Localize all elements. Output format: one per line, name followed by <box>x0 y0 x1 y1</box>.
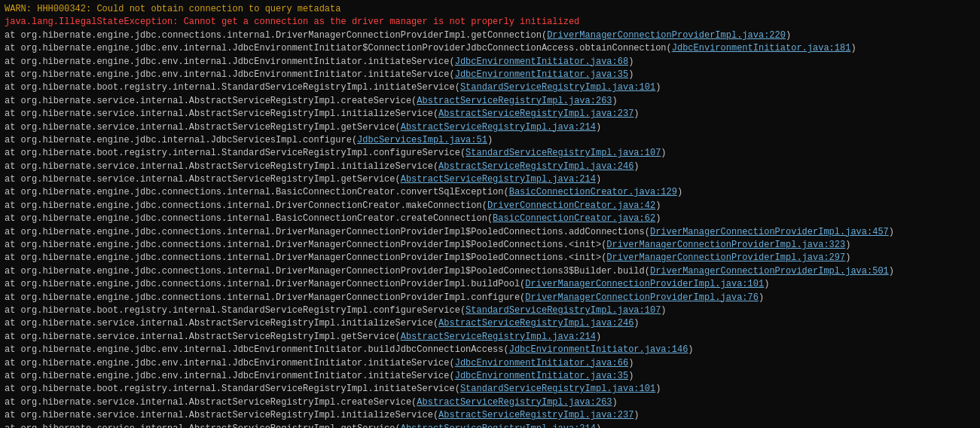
console-line-s23: at org.hibernate.service.internal.Abstra… <box>5 317 975 330</box>
console-line-s7: at org.hibernate.service.internal.Abstra… <box>5 108 975 121</box>
stack-link-s30[interactable]: AbstractServiceRegistryImpl.java:237 <box>438 410 633 420</box>
console-line-s26: at org.hibernate.engine.jdbc.env.interna… <box>5 357 975 370</box>
console-line-s9: at org.hibernate.engine.jdbc.internal.Jd… <box>5 134 975 147</box>
console-line-s18: at org.hibernate.engine.jdbc.connections… <box>5 252 975 264</box>
console-line-s30: at org.hibernate.service.internal.Abstra… <box>5 409 975 422</box>
console-line-s11: at org.hibernate.service.internal.Abstra… <box>5 160 975 173</box>
stack-link-s15[interactable]: BasicConnectionCreator.java:62 <box>493 213 655 224</box>
console-line-s1: at org.hibernate.engine.jdbc.connections… <box>5 29 975 42</box>
stack-link-s31[interactable]: AbstractServiceRegistryImpl.java:214 <box>401 423 596 429</box>
stack-link-s11[interactable]: AbstractServiceRegistryImpl.java:246 <box>438 161 633 172</box>
console-line-s28: at org.hibernate.boot.registry.internal.… <box>5 383 975 396</box>
stack-link-s29[interactable]: AbstractServiceRegistryImpl.java:263 <box>417 397 612 408</box>
stack-link-s20[interactable]: DriverManagerConnectionProviderImpl.java… <box>525 279 764 289</box>
stack-link-s2[interactable]: JdbcEnvironmentInitiator.java:181 <box>672 43 851 54</box>
console-line-s29: at org.hibernate.service.internal.Abstra… <box>5 396 975 409</box>
stack-link-s27[interactable]: JdbcEnvironmentInitiator.java:35 <box>455 371 628 381</box>
console-line-error1: java.lang.IllegalStateException: Cannot … <box>5 16 975 29</box>
console-line-s12: at org.hibernate.service.internal.Abstra… <box>5 173 975 186</box>
stack-link-s4[interactable]: JdbcEnvironmentInitiator.java:35 <box>455 69 628 80</box>
stack-link-s22[interactable]: StandardServiceRegistryImpl.java:107 <box>466 305 661 316</box>
stack-link-s3[interactable]: JdbcEnvironmentInitiator.java:68 <box>455 57 628 67</box>
console-line-s4: at org.hibernate.engine.jdbc.env.interna… <box>5 69 975 81</box>
console-line-s14: at org.hibernate.engine.jdbc.connections… <box>5 200 975 212</box>
console-line-s20: at org.hibernate.engine.jdbc.connections… <box>5 278 975 291</box>
console-line-s25: at org.hibernate.engine.jdbc.env.interna… <box>5 344 975 356</box>
console-line-s13: at org.hibernate.engine.jdbc.connections… <box>5 186 975 199</box>
stack-link-s26[interactable]: JdbcEnvironmentInitiator.java:66 <box>455 358 628 368</box>
console-line-s17: at org.hibernate.engine.jdbc.connections… <box>5 239 975 252</box>
stack-link-s25[interactable]: JdbcEnvironmentInitiator.java:146 <box>509 344 688 355</box>
stack-link-s28[interactable]: StandardServiceRegistryImpl.java:101 <box>460 384 655 394</box>
console-line-s10: at org.hibernate.boot.registry.internal.… <box>5 147 975 160</box>
stack-link-s19[interactable]: DriverManagerConnectionProviderImpl.java… <box>650 266 889 277</box>
console-line-s8: at org.hibernate.service.internal.Abstra… <box>5 121 975 134</box>
stack-link-s16[interactable]: DriverManagerConnectionProviderImpl.java… <box>650 227 889 237</box>
stack-link-s14[interactable]: DriverConnectionCreator.java:42 <box>487 200 655 211</box>
console-line-s22: at org.hibernate.boot.registry.internal.… <box>5 304 975 317</box>
stack-link-s17[interactable]: DriverManagerConnectionProviderImpl.java… <box>606 240 845 250</box>
stack-link-s18[interactable]: DriverManagerConnectionProviderImpl.java… <box>606 252 845 263</box>
console-line-s15: at org.hibernate.engine.jdbc.connections… <box>5 212 975 225</box>
console-line-s2: at org.hibernate.engine.jdbc.env.interna… <box>5 42 975 55</box>
stack-link-s23[interactable]: AbstractServiceRegistryImpl.java:246 <box>438 318 633 329</box>
console-line-s24: at org.hibernate.service.internal.Abstra… <box>5 331 975 344</box>
console-output: WARN: HHH000342: Could not obtain connec… <box>0 0 980 428</box>
console-line-warn1: WARN: HHH000342: Could not obtain connec… <box>5 3 975 16</box>
stack-link-s21[interactable]: DriverManagerConnectionProviderImpl.java… <box>525 292 759 303</box>
console-line-s19: at org.hibernate.engine.jdbc.connections… <box>5 265 975 278</box>
stack-link-s5[interactable]: StandardServiceRegistryImpl.java:101 <box>460 82 655 93</box>
stack-link-s24[interactable]: AbstractServiceRegistryImpl.java:214 <box>401 332 596 342</box>
stack-link-s1[interactable]: DriverManagerConnectionProviderImpl.java… <box>547 30 786 41</box>
console-line-s31: at org.hibernate.service.internal.Abstra… <box>5 423 975 429</box>
console-line-s27: at org.hibernate.engine.jdbc.env.interna… <box>5 370 975 383</box>
console-line-s5: at org.hibernate.boot.registry.internal.… <box>5 81 975 94</box>
console-line-s21: at org.hibernate.engine.jdbc.connections… <box>5 292 975 304</box>
stack-link-s6[interactable]: AbstractServiceRegistryImpl.java:263 <box>417 96 612 106</box>
stack-link-s8[interactable]: AbstractServiceRegistryImpl.java:214 <box>401 122 596 133</box>
console-line-s6: at org.hibernate.service.internal.Abstra… <box>5 95 975 108</box>
stack-link-s7[interactable]: AbstractServiceRegistryImpl.java:237 <box>438 109 633 119</box>
stack-link-s12[interactable]: AbstractServiceRegistryImpl.java:214 <box>401 174 596 185</box>
stack-link-s10[interactable]: StandardServiceRegistryImpl.java:107 <box>466 148 661 158</box>
stack-link-s9[interactable]: JdbcServicesImpl.java:51 <box>357 135 487 145</box>
console-line-s16: at org.hibernate.engine.jdbc.connections… <box>5 226 975 239</box>
stack-link-s13[interactable]: BasicConnectionCreator.java:129 <box>509 187 677 197</box>
console-line-s3: at org.hibernate.engine.jdbc.env.interna… <box>5 56 975 69</box>
